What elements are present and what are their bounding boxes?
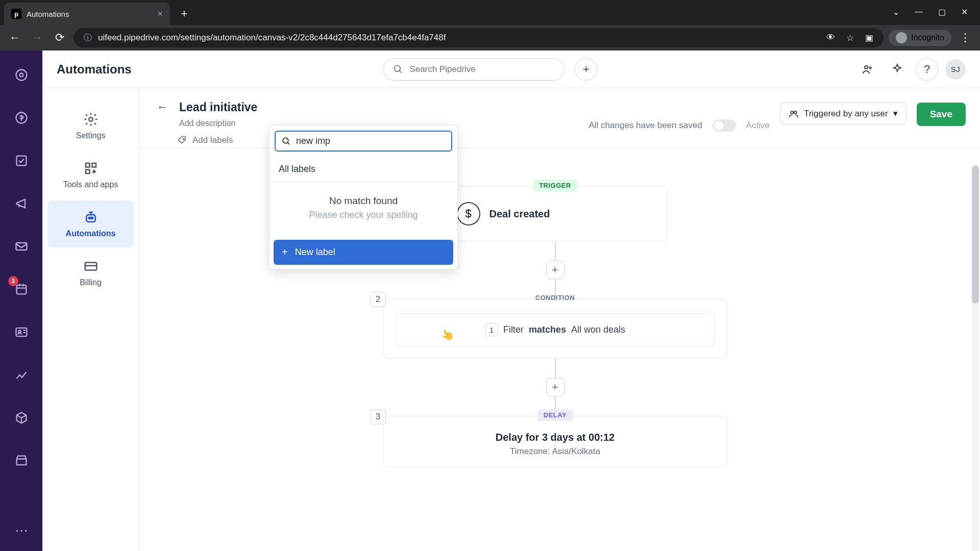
label-search-input[interactable] [296, 136, 445, 146]
condition-node[interactable]: 2 CONDITION 1 Filter matches All won dea… [383, 298, 727, 359]
incognito-badge[interactable]: Incognito [889, 30, 951, 46]
saved-status: All changes have been saved [589, 120, 702, 131]
step-number: 2 [371, 292, 386, 307]
nav-rail: ⋯ [0, 51, 42, 551]
eye-off-icon[interactable]: 👁 [826, 33, 835, 43]
favicon: p [11, 9, 21, 19]
filter-row[interactable]: 1 Filter matches All won deals [396, 313, 715, 346]
active-toggle[interactable] [713, 119, 736, 132]
add-step-button[interactable]: + [546, 378, 565, 396]
svg-rect-4 [16, 243, 27, 250]
chevron-down-icon[interactable]: ⌄ [893, 7, 899, 17]
step-number: 3 [371, 409, 386, 424]
svg-point-16 [91, 217, 92, 219]
automation-title[interactable]: Lead initiative [179, 101, 257, 114]
users-icon [789, 109, 799, 119]
robot-icon [83, 210, 99, 225]
reload-icon[interactable]: ⟳ [51, 29, 68, 46]
svg-rect-5 [16, 285, 26, 294]
browser-tab[interactable]: p Automations × [4, 3, 170, 25]
rail-campaigns-icon[interactable] [11, 193, 32, 214]
search-input[interactable]: Search Pipedrive [383, 58, 565, 81]
delay-timezone: Timezone: Asia/Kolkata [396, 446, 715, 457]
svg-point-0 [16, 70, 27, 81]
plus-icon: + [282, 246, 288, 258]
svg-point-10 [89, 117, 93, 121]
svg-rect-11 [86, 163, 90, 167]
back-button[interactable]: ← [154, 98, 171, 116]
all-labels-header: All labels [270, 157, 457, 182]
window-controls: ⌄ — ▢ ✕ [893, 7, 980, 25]
label-popover: All labels No match found Please check y… [269, 125, 458, 269]
automation-flow[interactable]: TRIGGER $ Deal created + 2 CONDITION 1 [139, 165, 971, 551]
rail-projects-icon[interactable] [11, 151, 32, 171]
trigger-node[interactable]: TRIGGER $ Deal created [443, 186, 668, 241]
site-info-icon[interactable]: ⓘ [84, 33, 92, 43]
sidebar-item-settings[interactable]: Settings [47, 103, 134, 149]
minimize-icon[interactable]: — [915, 7, 923, 17]
tag-icon [177, 135, 187, 145]
sidebar-item-billing[interactable]: Billing [47, 249, 134, 296]
forward-icon: → [29, 29, 46, 46]
rail-mail-icon[interactable] [11, 236, 32, 257]
description-placeholder[interactable]: Add description [179, 119, 257, 128]
label-search-field[interactable] [275, 131, 452, 152]
deal-icon: $ [457, 202, 480, 226]
sidebar-item-tools[interactable]: Tools and apps [47, 152, 134, 198]
svg-point-21 [283, 138, 288, 143]
rail-insights-icon[interactable] [11, 365, 32, 385]
sidebar-item-automations[interactable]: Automations [47, 201, 134, 247]
help-icon[interactable]: ? [916, 58, 938, 81]
quick-add-button[interactable]: + [575, 58, 597, 81]
maximize-icon[interactable]: ▢ [938, 7, 946, 17]
chevron-down-icon: ▾ [893, 108, 898, 119]
rail-contacts-icon[interactable] [11, 322, 32, 342]
add-labels-button[interactable]: Add labels [177, 135, 257, 145]
avatar[interactable]: SJ [945, 59, 966, 80]
close-window-icon[interactable]: ✕ [961, 7, 968, 17]
assistant-icon[interactable] [886, 58, 909, 81]
trigger-badge: TRIGGER [533, 180, 577, 191]
search-icon [282, 137, 291, 146]
rail-more-icon[interactable]: ⋯ [15, 523, 28, 539]
rail-products-icon[interactable] [11, 408, 32, 428]
browser-tab-strip: p Automations × + ⌄ — ▢ ✕ [0, 0, 980, 25]
rail-activities-icon[interactable] [11, 279, 32, 299]
page-title: Automations [57, 62, 132, 77]
svg-rect-3 [16, 156, 26, 166]
svg-point-20 [794, 111, 797, 114]
search-icon [393, 64, 403, 74]
trigger-dropdown[interactable]: Triggered by any user ▾ [780, 103, 906, 124]
star-icon[interactable]: ☆ [846, 33, 854, 43]
panel-icon[interactable]: ▣ [865, 33, 873, 43]
delay-node[interactable]: 3 DELAY Delay for 3 days at 00:12 Timezo… [383, 416, 727, 467]
add-step-button[interactable]: + [546, 261, 565, 279]
kebab-menu-icon[interactable]: ⋮ [957, 29, 974, 46]
svg-rect-12 [92, 163, 96, 167]
invite-icon[interactable] [856, 58, 879, 81]
rail-deals-icon[interactable] [11, 108, 32, 128]
back-icon[interactable]: ← [6, 29, 23, 46]
rail-marketplace-icon[interactable] [11, 450, 32, 471]
save-button[interactable]: Save [917, 103, 966, 126]
settings-sidebar: Settings Tools and apps Automations Bill… [42, 88, 139, 551]
rail-leads-icon[interactable] [11, 65, 32, 85]
delay-text: Delay for 3 days at 00:12 [396, 432, 715, 443]
condition-badge: CONDITION [529, 292, 581, 304]
address-bar[interactable]: ⓘ uifeed.pipedrive.com/settings/automati… [74, 28, 884, 47]
new-label-button[interactable]: + New label [274, 240, 453, 265]
url-text: uifeed.pipedrive.com/settings/automation… [98, 33, 446, 43]
new-tab-button[interactable]: + [175, 5, 193, 23]
filter-index: 1 [485, 323, 498, 336]
scrollbar-thumb[interactable] [972, 166, 979, 304]
connector-line [555, 359, 556, 378]
svg-point-8 [395, 65, 401, 71]
no-match-message: No match found Please check your spellin… [270, 182, 457, 236]
canvas-area: ← Lead initiative Add description Add la… [139, 88, 980, 551]
gear-icon [83, 112, 99, 127]
browser-toolbar: ← → ⟳ ⓘ uifeed.pipedrive.com/settings/au… [0, 25, 980, 51]
active-label: Active [746, 120, 770, 131]
topbar: Automations Search Pipedrive + ? SJ [42, 51, 980, 88]
svg-point-19 [791, 111, 793, 114]
tab-close-icon[interactable]: × [157, 9, 163, 19]
